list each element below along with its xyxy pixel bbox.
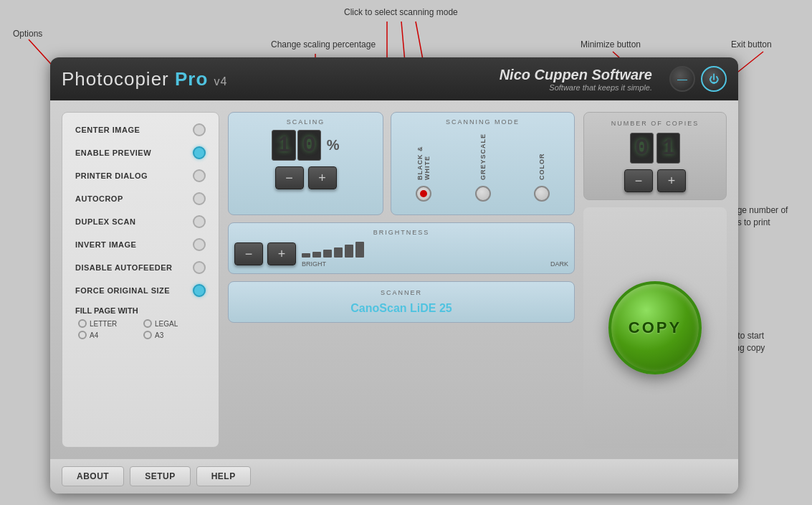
fill-page-section: FILL PAGE WITH LETTER LEGAL A4 xyxy=(70,303,211,342)
option-disable-autofeeder-label: DISABLE AUTOFEEDER xyxy=(75,263,173,272)
option-printer-dialog-label: PRINTER DIALOG xyxy=(75,171,148,180)
option-autocrop: AUTOCROP xyxy=(70,189,211,209)
exit-button[interactable]: ⏻ xyxy=(701,66,727,92)
copies-minus-button[interactable]: − xyxy=(624,169,653,192)
b-bar-5 xyxy=(345,245,353,258)
fill-option-letter: LETTER xyxy=(78,319,140,328)
radio-a4[interactable] xyxy=(78,331,87,339)
option-center-image: CENTER IMAGE xyxy=(70,120,211,140)
option-invert-image: INVERT IMAGE xyxy=(70,235,211,255)
about-button[interactable]: ABOUT xyxy=(62,466,124,486)
center-panel: SCALING 1 0 % − + SCANNING M xyxy=(228,112,575,448)
brightness-box: BRIGHTNESS − + xyxy=(228,222,575,274)
b-bar-6 xyxy=(355,242,364,258)
scanning-mode-box: SCANNING MODE BLACK & WHITE GREYSCALE CO… xyxy=(391,112,575,215)
brightness-label: BRIGHTNESS xyxy=(234,229,568,236)
app-title: Photocopier Pro v4 xyxy=(62,68,227,90)
option-printer-dialog-toggle[interactable] xyxy=(193,169,206,182)
app-window: Photocopier Pro v4 Nico Cuppen Software … xyxy=(50,57,738,494)
brightness-plus-button[interactable]: + xyxy=(267,242,296,265)
brightness-labels: BRIGHT DARK xyxy=(302,260,568,268)
option-force-original-label: FORCE ORIGINAL SIZE xyxy=(75,286,170,295)
mode-bw-radio[interactable] xyxy=(416,186,431,202)
minimize-button[interactable]: — xyxy=(669,66,695,92)
b-bar-4 xyxy=(334,247,343,258)
scanner-name: CanoScan LiDE 25 xyxy=(236,302,567,315)
scaling-minus-button[interactable]: − xyxy=(275,166,304,189)
mode-bw-label: BLACK & WHITE xyxy=(416,137,431,180)
copies-box: NUMBER OF COPIES 0 1 − + xyxy=(583,112,727,200)
copies-digit-1: 1 xyxy=(656,133,680,164)
scanning-mode-annotation: Click to select scanning mode xyxy=(344,7,458,19)
option-autocrop-label: AUTOCROP xyxy=(75,194,123,203)
scanner-section-label: SCANNER xyxy=(236,289,567,296)
radio-legal[interactable] xyxy=(143,319,152,328)
dark-label: DARK xyxy=(550,260,568,268)
center-top: SCALING 1 0 % − + SCANNING M xyxy=(228,112,575,215)
mode-color-radio[interactable] xyxy=(534,186,550,202)
copies-display: 0 1 xyxy=(591,133,719,164)
scaling-controls: − + xyxy=(234,166,377,189)
brand-sub: Software that keeps it simple. xyxy=(500,83,652,92)
scaling-label: SCALING xyxy=(234,118,377,126)
scaling-annotation: Change scaling percentage xyxy=(271,39,376,51)
mode-color: COLOR xyxy=(534,137,550,202)
options-annotation: Options xyxy=(13,29,42,40)
mode-color-label: COLOR xyxy=(538,137,545,180)
copies-section-label: NUMBER OF COPIES xyxy=(591,120,719,127)
fill-page-options: LETTER LEGAL A4 A3 xyxy=(75,319,206,339)
app-body: CENTER IMAGE ENABLE PREVIEW PRINTER DIAL… xyxy=(50,100,738,459)
copy-button-area: COPY xyxy=(583,207,727,448)
brightness-minus-button[interactable]: − xyxy=(234,242,263,265)
copy-button[interactable]: COPY xyxy=(608,281,702,374)
mode-greyscale: GREYSCALE xyxy=(475,137,491,202)
brightness-bar-area: BRIGHT DARK xyxy=(302,240,568,268)
brightness-inner: − + BRIGHT xyxy=(234,240,568,268)
fill-option-a3: A3 xyxy=(143,331,206,339)
option-invert-image-label: INVERT IMAGE xyxy=(75,240,136,249)
option-disable-autofeeder-toggle[interactable] xyxy=(193,261,206,274)
scaling-plus-button[interactable]: + xyxy=(308,166,337,189)
digit-ones: 0 xyxy=(297,130,321,161)
option-center-image-label: CENTER IMAGE xyxy=(75,126,140,134)
brand-area: Nico Cuppen Software Software that keeps… xyxy=(500,67,652,92)
brand-software: Software xyxy=(592,67,652,82)
window-controls: — ⏻ xyxy=(669,66,727,92)
mode-bw: BLACK & WHITE xyxy=(416,137,431,202)
option-duplex-scan: DUPLEX SCAN xyxy=(70,212,211,232)
option-printer-dialog: PRINTER DIALOG xyxy=(70,166,211,186)
fill-page-label: FILL PAGE WITH xyxy=(75,306,206,315)
option-autocrop-toggle[interactable] xyxy=(193,192,206,205)
brightness-bars xyxy=(302,240,568,258)
b-bar-2 xyxy=(312,252,321,258)
app-footer: ABOUT SETUP HELP xyxy=(50,459,738,494)
brand-first: Nico Cuppen xyxy=(500,67,588,82)
option-force-original-toggle[interactable] xyxy=(193,284,206,297)
option-invert-image-toggle[interactable] xyxy=(193,238,206,251)
brand-name: Nico Cuppen Software xyxy=(500,67,652,83)
help-button[interactable]: HELP xyxy=(196,466,251,486)
fill-option-a3-label: A3 xyxy=(155,331,163,339)
option-enable-preview: ENABLE PREVIEW xyxy=(70,143,211,163)
exit-annotation: Exit button xyxy=(731,39,772,51)
setup-button[interactable]: SETUP xyxy=(130,466,191,486)
digit-group: 1 0 xyxy=(272,130,320,161)
copies-digit-0: 0 xyxy=(630,133,654,164)
option-duplex-scan-label: DUPLEX SCAN xyxy=(75,217,135,226)
copies-plus-button[interactable]: + xyxy=(657,169,686,192)
option-center-image-toggle[interactable] xyxy=(193,123,206,136)
mode-greyscale-radio[interactable] xyxy=(475,186,491,202)
b-bar-3 xyxy=(323,250,332,258)
option-enable-preview-toggle[interactable] xyxy=(193,146,206,159)
app-title-text: Photocopier xyxy=(62,68,169,90)
option-duplex-scan-toggle[interactable] xyxy=(193,215,206,228)
fill-option-a4: A4 xyxy=(78,331,140,339)
app-title-pro: Pro xyxy=(175,68,208,90)
percent-sign: % xyxy=(327,137,340,154)
option-enable-preview-label: ENABLE PREVIEW xyxy=(75,148,151,157)
radio-a3[interactable] xyxy=(143,331,152,339)
title-bar: Photocopier Pro v4 Nico Cuppen Software … xyxy=(50,57,738,100)
radio-letter[interactable] xyxy=(78,319,87,328)
brightness-controls: − + xyxy=(234,242,296,265)
option-disable-autofeeder: DISABLE AUTOFEEDER xyxy=(70,258,211,278)
